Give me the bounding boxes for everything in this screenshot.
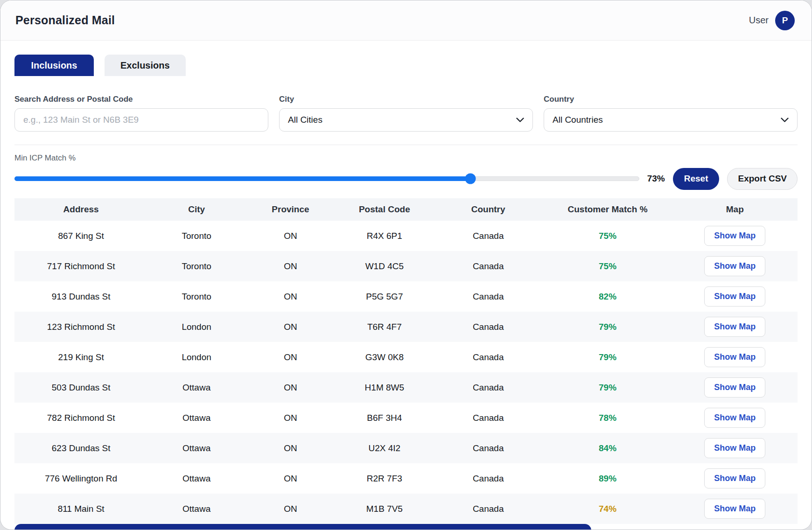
- cell-customer-match: 74%: [543, 494, 672, 524]
- column-header-province: Province: [245, 198, 336, 221]
- cell-city: Toronto: [147, 251, 245, 281]
- cell-province: ON: [245, 433, 336, 463]
- min-icp-slider[interactable]: [14, 176, 639, 181]
- cell-postal-code: R2R 7F3: [336, 463, 434, 494]
- column-header-map: Map: [672, 198, 798, 221]
- table-row: 123 Richmond StLondonONT6R 4F7Canada79%S…: [14, 312, 798, 342]
- show-map-button[interactable]: Show Map: [704, 408, 765, 428]
- cell-postal-code: M1B 7V5: [336, 494, 434, 524]
- cell-address: 717 Richmond St: [14, 251, 147, 281]
- tab-bar: Inclusions Exclusions: [14, 55, 798, 76]
- cell-address: 782 Richmond St: [14, 403, 147, 433]
- icp-slider-row: 73% Reset Export CSV: [14, 167, 798, 190]
- show-map-button[interactable]: Show Map: [704, 438, 765, 458]
- cell-address: 811 Main St: [14, 494, 147, 524]
- table-row: 776 Wellington RdOttawaONR2R 7F3Canada89…: [14, 463, 798, 494]
- table-row: 717 Richmond StTorontoONW1D 4C5Canada75%…: [14, 251, 798, 281]
- cell-country: Canada: [434, 403, 543, 433]
- show-map-button[interactable]: Show Map: [704, 377, 765, 398]
- cell-city: Ottawa: [147, 372, 245, 403]
- cell-city: Ottawa: [147, 494, 245, 524]
- chevron-down-icon: [516, 115, 524, 125]
- cell-country: Canada: [434, 221, 543, 251]
- show-map-button[interactable]: Show Map: [704, 499, 765, 519]
- tab-exclusions[interactable]: Exclusions: [105, 55, 186, 76]
- cell-map: Show Map: [672, 372, 798, 403]
- column-header-customer-match: Customer Match %: [543, 198, 672, 221]
- cell-customer-match: 78%: [543, 403, 672, 433]
- reset-button[interactable]: Reset: [673, 168, 720, 190]
- cell-city: London: [147, 312, 245, 342]
- table-row: 913 Dundas StTorontoONP5G 5G7Canada82%Sh…: [14, 281, 798, 312]
- cell-address: 123 Richmond St: [14, 312, 147, 342]
- show-map-button[interactable]: Show Map: [704, 286, 765, 307]
- cell-customer-match: 75%: [543, 251, 672, 281]
- cell-postal-code: H1M 8W5: [336, 372, 434, 403]
- slider-thumb[interactable]: [465, 174, 476, 184]
- city-field-group: City All Cities: [279, 95, 533, 132]
- search-input[interactable]: [14, 108, 268, 132]
- column-header-postal-code: Postal Code: [336, 198, 434, 221]
- cell-map: Show Map: [672, 251, 798, 281]
- show-map-button[interactable]: Show Map: [704, 347, 765, 367]
- cell-province: ON: [245, 494, 336, 524]
- cell-postal-code: U2X 4I2: [336, 433, 434, 463]
- cell-customer-match: 75%: [543, 221, 672, 251]
- country-select[interactable]: All Countries: [544, 108, 798, 132]
- table-row: 782 Richmond StOttawaONB6F 3H4Canada78%S…: [14, 403, 798, 433]
- user-area: User P: [749, 11, 795, 30]
- cell-country: Canada: [434, 281, 543, 312]
- results-table: AddressCityProvincePostal CodeCountryCus…: [14, 198, 798, 524]
- show-map-button[interactable]: Show Map: [704, 468, 765, 488]
- icp-slider-label: Min ICP Match %: [14, 153, 798, 163]
- filter-bar: Search Address or Postal Code City All C…: [14, 95, 798, 132]
- table-header: AddressCityProvincePostal CodeCountryCus…: [14, 198, 798, 221]
- cell-country: Canada: [434, 494, 543, 524]
- chevron-down-icon: [781, 115, 789, 125]
- cell-map: Show Map: [672, 463, 798, 494]
- cell-city: London: [147, 342, 245, 372]
- main-content: Inclusions Exclusions Search Address or …: [0, 41, 812, 530]
- app-window: Personalized Mail User P Inclusions Excl…: [0, 0, 812, 530]
- show-map-button[interactable]: Show Map: [704, 226, 765, 246]
- cell-address: 867 King St: [14, 221, 147, 251]
- cell-postal-code: G3W 0K8: [336, 342, 434, 372]
- cell-map: Show Map: [672, 433, 798, 463]
- cell-country: Canada: [434, 433, 543, 463]
- cell-country: Canada: [434, 251, 543, 281]
- table-row: 623 Dundas StOttawaONU2X 4I2Canada84%Sho…: [14, 433, 798, 463]
- cell-postal-code: T6R 4F7: [336, 312, 434, 342]
- country-label: Country: [544, 95, 798, 104]
- column-header-country: Country: [434, 198, 543, 221]
- cell-province: ON: [245, 251, 336, 281]
- cell-postal-code: R4X 6P1: [336, 221, 434, 251]
- tab-inclusions[interactable]: Inclusions: [14, 55, 94, 76]
- show-map-button[interactable]: Show Map: [704, 256, 765, 276]
- cell-postal-code: P5G 5G7: [336, 281, 434, 312]
- city-select[interactable]: All Cities: [279, 108, 533, 132]
- column-header-city: City: [147, 198, 245, 221]
- cell-city: Ottawa: [147, 433, 245, 463]
- cell-country: Canada: [434, 463, 543, 494]
- country-field-group: Country All Countries: [544, 95, 798, 132]
- cell-customer-match: 79%: [543, 312, 672, 342]
- export-csv-button[interactable]: Export CSV: [727, 168, 798, 190]
- cell-map: Show Map: [672, 281, 798, 312]
- show-map-button[interactable]: Show Map: [704, 317, 765, 337]
- cell-country: Canada: [434, 312, 543, 342]
- page-title: Personalized Mail: [15, 14, 115, 27]
- search-label: Search Address or Postal Code: [14, 95, 268, 104]
- cell-province: ON: [245, 221, 336, 251]
- icp-filter-section: Min ICP Match % 73% Reset Export CSV: [14, 145, 798, 190]
- user-avatar[interactable]: P: [775, 11, 795, 30]
- column-header-address: Address: [14, 198, 147, 221]
- cell-postal-code: B6F 3H4: [336, 403, 434, 433]
- cell-province: ON: [245, 463, 336, 494]
- cell-city: Ottawa: [147, 463, 245, 494]
- cell-province: ON: [245, 403, 336, 433]
- table-row: 867 King StTorontoONR4X 6P1Canada75%Show…: [14, 221, 798, 251]
- search-field-group: Search Address or Postal Code: [14, 95, 268, 132]
- table-row: 219 King StLondonONG3W 0K8Canada79%Show …: [14, 342, 798, 372]
- cell-map: Show Map: [672, 342, 798, 372]
- cell-customer-match: 79%: [543, 342, 672, 372]
